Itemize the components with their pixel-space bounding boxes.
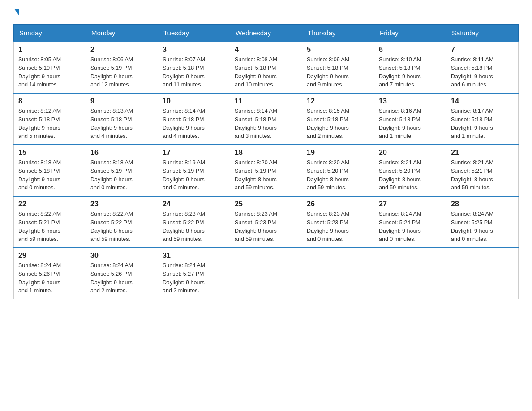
calendar-cell: 9Sunrise: 8:13 AMSunset: 5:18 PMDaylight… bbox=[86, 93, 158, 145]
calendar-cell: 19Sunrise: 8:20 AMSunset: 5:20 PMDayligh… bbox=[302, 145, 374, 196]
calendar-cell: 10Sunrise: 8:14 AMSunset: 5:18 PMDayligh… bbox=[158, 93, 230, 145]
calendar-cell bbox=[230, 248, 302, 299]
day-info: Sunrise: 8:19 AMSunset: 5:19 PMDaylight:… bbox=[163, 158, 225, 192]
day-info: Sunrise: 8:14 AMSunset: 5:18 PMDaylight:… bbox=[163, 107, 225, 141]
page-header bbox=[13, 9, 519, 15]
week-row-3: 15Sunrise: 8:18 AMSunset: 5:18 PMDayligh… bbox=[14, 145, 519, 196]
day-number: 6 bbox=[379, 46, 442, 54]
week-row-1: 1Sunrise: 8:05 AMSunset: 5:19 PMDaylight… bbox=[14, 42, 519, 93]
day-number: 5 bbox=[307, 46, 369, 54]
day-info: Sunrise: 8:08 AMSunset: 5:18 PMDaylight:… bbox=[235, 56, 297, 89]
calendar-cell: 25Sunrise: 8:23 AMSunset: 5:23 PMDayligh… bbox=[230, 196, 302, 248]
column-header-monday: Monday bbox=[86, 25, 158, 42]
day-info: Sunrise: 8:21 AMSunset: 5:20 PMDaylight:… bbox=[379, 158, 442, 192]
calendar-cell: 7Sunrise: 8:11 AMSunset: 5:18 PMDaylight… bbox=[446, 42, 519, 93]
calendar-cell: 18Sunrise: 8:20 AMSunset: 5:19 PMDayligh… bbox=[230, 145, 302, 196]
calendar-cell: 1Sunrise: 8:05 AMSunset: 5:19 PMDaylight… bbox=[14, 42, 86, 93]
day-number: 18 bbox=[235, 149, 297, 157]
day-number: 7 bbox=[451, 46, 514, 54]
week-row-2: 8Sunrise: 8:12 AMSunset: 5:18 PMDaylight… bbox=[14, 93, 519, 145]
day-number: 22 bbox=[18, 200, 81, 208]
day-number: 12 bbox=[307, 97, 369, 105]
day-info: Sunrise: 8:24 AMSunset: 5:26 PMDaylight:… bbox=[18, 261, 81, 295]
calendar-cell: 28Sunrise: 8:24 AMSunset: 5:25 PMDayligh… bbox=[446, 196, 519, 248]
day-info: Sunrise: 8:24 AMSunset: 5:26 PMDaylight:… bbox=[90, 261, 153, 295]
logo bbox=[13, 9, 19, 15]
day-number: 31 bbox=[163, 252, 225, 260]
calendar-cell: 13Sunrise: 8:16 AMSunset: 5:18 PMDayligh… bbox=[374, 93, 446, 145]
day-info: Sunrise: 8:22 AMSunset: 5:21 PMDaylight:… bbox=[18, 210, 81, 244]
calendar-cell: 23Sunrise: 8:22 AMSunset: 5:22 PMDayligh… bbox=[86, 196, 158, 248]
day-info: Sunrise: 8:05 AMSunset: 5:19 PMDaylight:… bbox=[18, 56, 81, 89]
column-header-sunday: Sunday bbox=[14, 25, 86, 42]
day-info: Sunrise: 8:24 AMSunset: 5:24 PMDaylight:… bbox=[379, 210, 442, 244]
day-info: Sunrise: 8:07 AMSunset: 5:18 PMDaylight:… bbox=[163, 56, 225, 89]
calendar-header-row: SundayMondayTuesdayWednesdayThursdayFrid… bbox=[14, 25, 519, 42]
day-number: 1 bbox=[18, 46, 81, 54]
day-info: Sunrise: 8:21 AMSunset: 5:21 PMDaylight:… bbox=[451, 158, 514, 192]
calendar-cell: 30Sunrise: 8:24 AMSunset: 5:26 PMDayligh… bbox=[86, 248, 158, 299]
day-info: Sunrise: 8:10 AMSunset: 5:18 PMDaylight:… bbox=[379, 56, 442, 89]
column-header-thursday: Thursday bbox=[302, 25, 374, 42]
week-row-5: 29Sunrise: 8:24 AMSunset: 5:26 PMDayligh… bbox=[14, 248, 519, 299]
day-info: Sunrise: 8:22 AMSunset: 5:22 PMDaylight:… bbox=[90, 210, 153, 244]
calendar-cell: 20Sunrise: 8:21 AMSunset: 5:20 PMDayligh… bbox=[374, 145, 446, 196]
calendar-cell: 8Sunrise: 8:12 AMSunset: 5:18 PMDaylight… bbox=[14, 93, 86, 145]
calendar-cell: 11Sunrise: 8:14 AMSunset: 5:18 PMDayligh… bbox=[230, 93, 302, 145]
day-number: 24 bbox=[163, 200, 225, 208]
calendar-cell: 14Sunrise: 8:17 AMSunset: 5:18 PMDayligh… bbox=[446, 93, 519, 145]
day-info: Sunrise: 8:11 AMSunset: 5:18 PMDaylight:… bbox=[451, 56, 514, 89]
calendar-cell: 17Sunrise: 8:19 AMSunset: 5:19 PMDayligh… bbox=[158, 145, 230, 196]
day-number: 10 bbox=[163, 97, 225, 105]
day-number: 30 bbox=[90, 252, 153, 260]
calendar-cell bbox=[374, 248, 446, 299]
calendar-cell: 27Sunrise: 8:24 AMSunset: 5:24 PMDayligh… bbox=[374, 196, 446, 248]
calendar-cell: 2Sunrise: 8:06 AMSunset: 5:19 PMDaylight… bbox=[86, 42, 158, 93]
day-number: 3 bbox=[163, 46, 225, 54]
day-info: Sunrise: 8:23 AMSunset: 5:23 PMDaylight:… bbox=[307, 210, 369, 244]
day-info: Sunrise: 8:24 AMSunset: 5:25 PMDaylight:… bbox=[451, 210, 514, 244]
logo-triangle-icon bbox=[14, 9, 19, 15]
day-number: 25 bbox=[235, 200, 297, 208]
day-number: 13 bbox=[379, 97, 442, 105]
day-number: 23 bbox=[90, 200, 153, 208]
day-number: 9 bbox=[90, 97, 153, 105]
day-number: 8 bbox=[18, 97, 81, 105]
calendar-cell: 22Sunrise: 8:22 AMSunset: 5:21 PMDayligh… bbox=[14, 196, 86, 248]
day-number: 21 bbox=[451, 149, 514, 157]
day-number: 19 bbox=[307, 149, 369, 157]
day-info: Sunrise: 8:13 AMSunset: 5:18 PMDaylight:… bbox=[90, 107, 153, 141]
day-info: Sunrise: 8:18 AMSunset: 5:19 PMDaylight:… bbox=[90, 158, 153, 192]
column-header-wednesday: Wednesday bbox=[230, 25, 302, 42]
day-number: 16 bbox=[90, 149, 153, 157]
day-number: 20 bbox=[379, 149, 442, 157]
calendar-cell: 21Sunrise: 8:21 AMSunset: 5:21 PMDayligh… bbox=[446, 145, 519, 196]
column-header-friday: Friday bbox=[374, 25, 446, 42]
day-number: 26 bbox=[307, 200, 369, 208]
calendar-cell bbox=[302, 248, 374, 299]
column-header-saturday: Saturday bbox=[446, 25, 519, 42]
calendar-cell: 15Sunrise: 8:18 AMSunset: 5:18 PMDayligh… bbox=[14, 145, 86, 196]
calendar-cell bbox=[446, 248, 519, 299]
day-info: Sunrise: 8:20 AMSunset: 5:20 PMDaylight:… bbox=[307, 158, 369, 192]
day-info: Sunrise: 8:09 AMSunset: 5:18 PMDaylight:… bbox=[307, 56, 369, 89]
day-number: 29 bbox=[18, 252, 81, 260]
calendar-table: SundayMondayTuesdayWednesdayThursdayFrid… bbox=[13, 24, 519, 299]
day-number: 2 bbox=[90, 46, 153, 54]
calendar-cell: 6Sunrise: 8:10 AMSunset: 5:18 PMDaylight… bbox=[374, 42, 446, 93]
calendar-cell: 16Sunrise: 8:18 AMSunset: 5:19 PMDayligh… bbox=[86, 145, 158, 196]
day-info: Sunrise: 8:06 AMSunset: 5:19 PMDaylight:… bbox=[90, 56, 153, 89]
day-info: Sunrise: 8:20 AMSunset: 5:19 PMDaylight:… bbox=[235, 158, 297, 192]
calendar-cell: 12Sunrise: 8:15 AMSunset: 5:18 PMDayligh… bbox=[302, 93, 374, 145]
day-info: Sunrise: 8:17 AMSunset: 5:18 PMDaylight:… bbox=[451, 107, 514, 141]
calendar-cell: 26Sunrise: 8:23 AMSunset: 5:23 PMDayligh… bbox=[302, 196, 374, 248]
day-info: Sunrise: 8:23 AMSunset: 5:22 PMDaylight:… bbox=[163, 210, 225, 244]
calendar-cell: 5Sunrise: 8:09 AMSunset: 5:18 PMDaylight… bbox=[302, 42, 374, 93]
calendar-cell: 31Sunrise: 8:24 AMSunset: 5:27 PMDayligh… bbox=[158, 248, 230, 299]
day-number: 11 bbox=[235, 97, 297, 105]
day-number: 15 bbox=[18, 149, 81, 157]
calendar-cell: 24Sunrise: 8:23 AMSunset: 5:22 PMDayligh… bbox=[158, 196, 230, 248]
day-info: Sunrise: 8:12 AMSunset: 5:18 PMDaylight:… bbox=[18, 107, 81, 141]
day-info: Sunrise: 8:16 AMSunset: 5:18 PMDaylight:… bbox=[379, 107, 442, 141]
day-info: Sunrise: 8:18 AMSunset: 5:18 PMDaylight:… bbox=[18, 158, 81, 192]
